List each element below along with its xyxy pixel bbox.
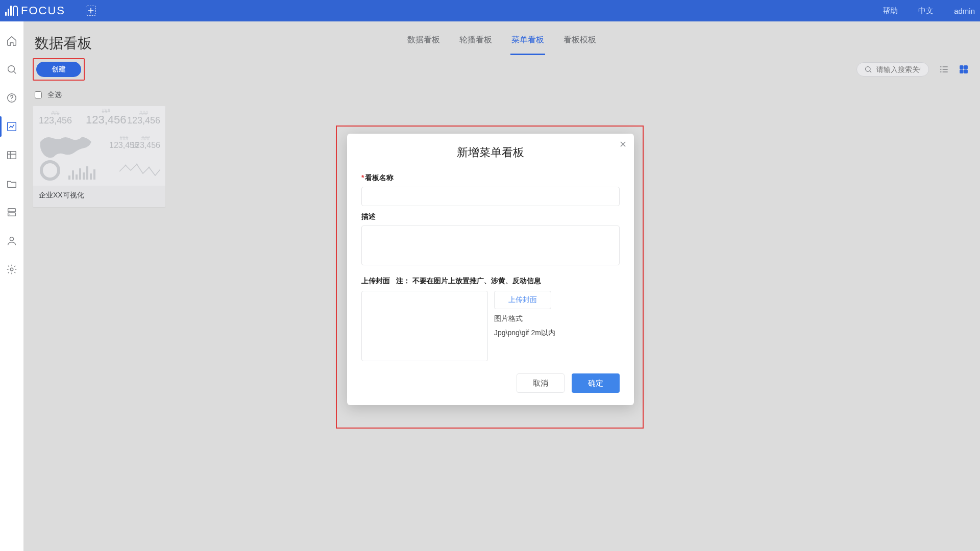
- card-caption: 企业XX可视化: [33, 186, 165, 207]
- search-box[interactable]: [856, 62, 929, 77]
- svg-point-9: [10, 237, 13, 241]
- metric-5: 123,456: [131, 141, 160, 149]
- list-icon: [939, 64, 949, 74]
- card-thumbnail: ###123,456 ###123,456 ###123,456 ###123,…: [33, 106, 165, 186]
- nav-help[interactable]: [0, 84, 23, 112]
- search-input[interactable]: [875, 65, 921, 74]
- plus-icon: [86, 6, 95, 15]
- upload-button[interactable]: 上传封面: [494, 291, 551, 309]
- nav-settings[interactable]: [0, 255, 23, 284]
- svg-rect-4: [8, 152, 16, 159]
- upload-info: 上传封面 图片格式 Jpg\png\gif 2m以内: [494, 291, 555, 338]
- user-link[interactable]: admin: [954, 7, 975, 15]
- folder-icon: [6, 178, 17, 189]
- sparkline-icon: [119, 161, 160, 179]
- app-name: FOCUS: [21, 4, 65, 17]
- view-toggle: [937, 63, 971, 76]
- name-label: *看板名称: [361, 173, 620, 183]
- svg-point-13: [940, 69, 941, 70]
- svg-rect-15: [960, 66, 964, 69]
- view-list-button[interactable]: [937, 63, 951, 76]
- svg-point-2: [11, 100, 12, 101]
- tab-bar: 数据看板 轮播看板 菜单看板 看板模板: [23, 31, 980, 55]
- bars-icon: [68, 166, 95, 180]
- grid-icon: [6, 149, 17, 161]
- cancel-button[interactable]: 取消: [517, 373, 565, 393]
- svg-point-14: [940, 71, 941, 72]
- svg-rect-18: [964, 70, 968, 73]
- metric-1: 123,456: [39, 115, 72, 126]
- tab-menu[interactable]: 菜单看板: [510, 31, 545, 55]
- svg-rect-6: [8, 213, 16, 216]
- cover-dropzone[interactable]: [361, 291, 488, 361]
- create-button[interactable]: 创建: [36, 62, 81, 77]
- donut-icon: [40, 160, 60, 181]
- svg-point-10: [10, 268, 13, 271]
- nav-data[interactable]: [0, 198, 23, 227]
- svg-point-12: [940, 66, 941, 67]
- grid-view-icon: [959, 64, 969, 74]
- desc-input[interactable]: [361, 226, 620, 265]
- view-grid-button[interactable]: [957, 63, 971, 76]
- svg-point-8: [10, 214, 10, 214]
- toolbar: 创建: [33, 58, 971, 81]
- search-icon: [864, 65, 872, 73]
- tab-data[interactable]: 数据看板: [406, 31, 441, 55]
- gear-icon: [6, 264, 17, 275]
- search-icon: [6, 64, 17, 75]
- svg-point-11: [866, 67, 870, 71]
- dashboard-card[interactable]: ###123,456 ###123,456 ###123,456 ###123,…: [33, 106, 165, 207]
- nav-user[interactable]: [0, 227, 23, 255]
- ok-button[interactable]: 确定: [572, 373, 620, 393]
- format-label: 图片格式: [494, 314, 555, 323]
- create-modal: ✕ 新增菜单看板 *看板名称 描述 上传封面 注： 不要在图片上放置推广、涉黄、…: [347, 134, 634, 405]
- app-logo: FOCUS: [5, 4, 65, 17]
- tab-template[interactable]: 看板模板: [562, 31, 597, 55]
- svg-point-20: [136, 163, 137, 165]
- nav-table[interactable]: [0, 141, 23, 169]
- format-hint: Jpg\png\gif 2m以内: [494, 329, 555, 338]
- logo-icon: [5, 6, 18, 16]
- svg-point-19: [125, 164, 126, 166]
- select-all-checkbox[interactable]: [35, 91, 42, 98]
- left-nav: [0, 21, 23, 551]
- question-icon: [6, 92, 17, 104]
- metric-3: 123,456: [127, 115, 160, 126]
- tab-carousel[interactable]: 轮播看板: [458, 31, 493, 55]
- svg-point-0: [8, 66, 15, 72]
- new-tab-button[interactable]: [86, 6, 96, 16]
- chart-icon: [6, 121, 17, 132]
- select-all-row: 全选: [33, 90, 971, 100]
- name-input[interactable]: [361, 187, 620, 206]
- top-bar: FOCUS 帮助 中文 admin: [0, 0, 980, 21]
- svg-point-21: [148, 166, 150, 168]
- create-highlight: 创建: [33, 58, 85, 81]
- lang-link[interactable]: 中文: [918, 6, 934, 16]
- upload-row: 上传封面 图片格式 Jpg\png\gif 2m以内: [361, 291, 620, 361]
- nav-search[interactable]: [0, 55, 23, 84]
- modal-footer: 取消 确定: [361, 373, 620, 393]
- modal-title: 新增菜单看板: [361, 145, 620, 160]
- map-icon: [38, 132, 99, 162]
- nav-folder[interactable]: [0, 169, 23, 198]
- svg-point-7: [10, 210, 10, 210]
- nav-home[interactable]: [0, 27, 23, 55]
- metric-2: 123,456: [86, 113, 127, 126]
- svg-rect-16: [964, 66, 968, 69]
- svg-rect-5: [8, 209, 16, 212]
- upload-note: 上传封面 注： 不要在图片上放置推广、涉黄、反动信息: [361, 277, 620, 286]
- help-link[interactable]: 帮助: [883, 6, 898, 16]
- desc-label: 描述: [361, 212, 620, 221]
- home-icon: [6, 35, 17, 46]
- select-all-label: 全选: [47, 90, 62, 99]
- svg-rect-17: [960, 70, 964, 73]
- nav-dashboard[interactable]: [0, 112, 23, 141]
- close-button[interactable]: ✕: [619, 140, 627, 149]
- server-icon: [6, 207, 17, 218]
- user-icon: [6, 235, 17, 246]
